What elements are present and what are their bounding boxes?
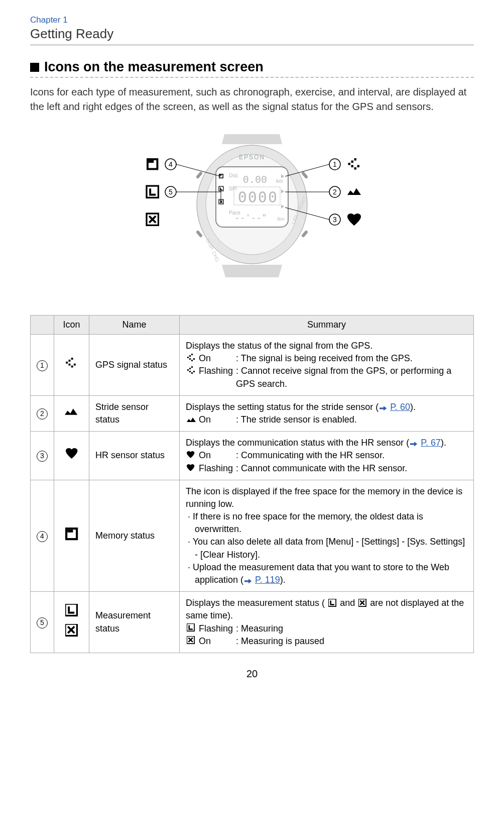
chapter-label: Chapter 1 — [30, 15, 474, 25]
gps-icon — [187, 352, 196, 365]
measuring-icon — [187, 622, 196, 635]
row-index: 1 — [37, 360, 48, 371]
row-name: Measurement status — [89, 592, 180, 653]
svg-line-33 — [303, 232, 306, 236]
svg-text:0000: 0000 — [238, 188, 278, 206]
table-row: 2 Stride sensor status Displays the sett… — [31, 395, 474, 431]
section-heading: Icons on the measurement screen — [30, 59, 474, 78]
row-summary: Displays the communication status with t… — [180, 432, 474, 480]
th-icon: Icon — [54, 316, 89, 335]
watch-figure: 4 5 1 2 3 EPSON Dist. 0.00 km SPl 0000 P… — [30, 134, 474, 285]
arrow-icon — [410, 442, 417, 447]
row-index: 5 — [37, 617, 48, 628]
callout-4-num: 4 — [169, 160, 173, 168]
svg-line-31 — [198, 232, 201, 236]
section-bullet-icon — [30, 63, 39, 72]
row-summary: Displays the setting status for the stri… — [180, 395, 474, 431]
section-heading-text: Icons on the measurement screen — [44, 59, 264, 75]
link-p60[interactable]: P. 60 — [390, 402, 410, 412]
heart-icon — [187, 462, 196, 475]
row-index: 3 — [37, 451, 48, 462]
intro-paragraph: Icons for each type of measurement, such… — [30, 85, 474, 114]
stride-icon — [187, 413, 196, 426]
table-row: 4 Memory status The icon is displayed if… — [31, 480, 474, 592]
svg-line-30 — [198, 173, 201, 177]
svg-line-32 — [303, 173, 306, 177]
table-row: 1 GPS signal status Displays the status … — [31, 335, 474, 396]
svg-text:Dist.: Dist. — [229, 173, 239, 178]
paused-icon — [187, 635, 196, 648]
measuring-icon — [65, 604, 78, 617]
heart-icon — [66, 448, 78, 459]
svg-text:/km: /km — [277, 217, 285, 222]
callout-3-num: 3 — [333, 216, 337, 224]
gps-icon — [187, 365, 196, 377]
table-row: 5 Measurement status Displays the measur… — [31, 592, 474, 653]
svg-text:0.00: 0.00 — [243, 173, 267, 185]
th-summary: Summary — [180, 316, 474, 335]
arrow-icon — [244, 579, 251, 584]
row-name: Memory status — [89, 480, 180, 592]
row-index: 2 — [37, 408, 48, 420]
table-row: 3 HR sensor status Displays the communic… — [31, 432, 474, 480]
row-name: HR sensor status — [89, 432, 180, 480]
measuring-icon — [328, 599, 336, 607]
heart-icon — [187, 449, 196, 462]
row-name: Stride sensor status — [89, 395, 180, 431]
row-name: GPS signal status — [89, 335, 180, 396]
th-name: Name — [89, 316, 180, 335]
svg-text:km: km — [276, 178, 283, 184]
link-p67[interactable]: P. 67 — [421, 438, 441, 448]
memory-icon — [65, 528, 78, 541]
callout-5-num: 5 — [169, 188, 173, 196]
stride-icon — [65, 406, 79, 416]
link-p119[interactable]: P. 119 — [255, 575, 280, 585]
callout-1-num: 1 — [333, 160, 337, 168]
page-title: Getting Ready — [30, 26, 474, 45]
watch-brand: EPSON — [239, 154, 265, 161]
row-summary: The icon is displayed if the free space … — [180, 480, 474, 592]
row-summary: Displays the measurement status ( and ar… — [180, 592, 474, 653]
paused-icon — [65, 624, 78, 637]
row-index: 4 — [37, 531, 48, 542]
svg-text:--'--": --'--" — [234, 212, 267, 223]
callout-2-num: 2 — [333, 188, 337, 196]
page-number: 20 — [30, 668, 474, 680]
paused-icon — [358, 599, 366, 607]
row-summary: Displays the status of the signal from t… — [180, 335, 474, 396]
gps-icon — [65, 358, 78, 369]
watch-svg: 4 5 1 2 3 EPSON Dist. 0.00 km SPl 0000 P… — [111, 134, 393, 285]
icons-table: Icon Name Summary 1 GPS signal status Di… — [30, 315, 474, 653]
arrow-icon — [380, 406, 387, 411]
